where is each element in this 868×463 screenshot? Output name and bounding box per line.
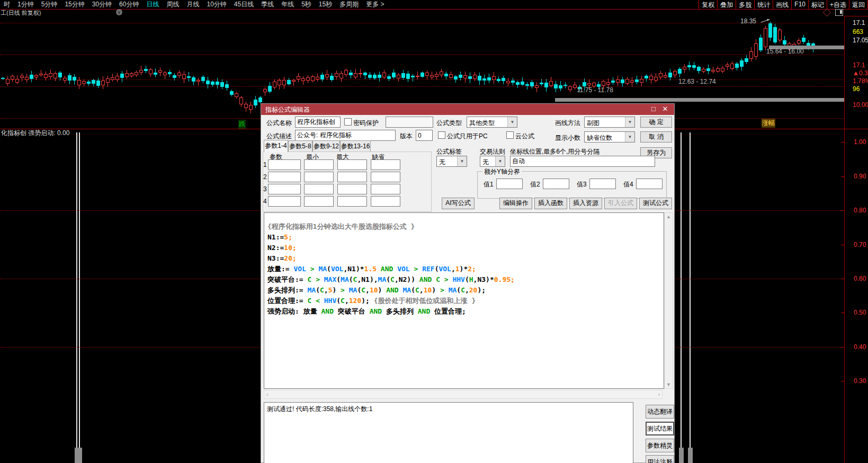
param-input[interactable] — [371, 172, 400, 182]
maximize-icon[interactable]: □ — [649, 105, 658, 113]
param-input[interactable] — [304, 184, 334, 194]
dialog-titlebar[interactable]: 指标公式编辑器 □ ✕ — [261, 104, 674, 115]
param-input[interactable] — [371, 159, 400, 170]
layout-split-icon[interactable] — [835, 9, 843, 16]
candle — [235, 93, 238, 97]
extra-y-input[interactable] — [543, 179, 569, 189]
param-input[interactable] — [268, 172, 301, 182]
quote-value: 663 — [853, 28, 863, 35]
toolbar-button[interactable]: +自选 — [827, 0, 849, 9]
close-icon[interactable]: ✕ — [660, 105, 670, 113]
toolbar-button[interactable]: 多股 — [736, 0, 755, 9]
param-tab[interactable]: 参数5-8 — [288, 140, 312, 152]
chevron-down-icon[interactable]: ▼ — [625, 132, 634, 142]
extra-y-input[interactable] — [496, 179, 523, 189]
period-menu-item[interactable]: 5分钟 — [38, 0, 61, 9]
password-checkbox[interactable] — [344, 118, 352, 126]
period-menu-item[interactable]: 1分钟 — [14, 0, 38, 9]
side-button-2[interactable]: 测试结果 — [646, 422, 674, 435]
scroll-up-icon[interactable]: ▲ — [665, 214, 673, 219]
password-input[interactable] — [386, 117, 433, 128]
scroll-left-icon[interactable]: ‹ — [266, 391, 268, 397]
period-menu-item[interactable]: 30分钟 — [88, 0, 115, 9]
period-menu-item[interactable]: 10分钟 — [203, 0, 230, 9]
period-menu-item[interactable]: 周线 — [163, 0, 183, 9]
chevron-down-icon[interactable]: ▼ — [457, 156, 467, 166]
extra-y-input[interactable] — [636, 179, 663, 189]
param-input[interactable] — [304, 159, 334, 170]
period-menu-item[interactable]: 5秒 — [298, 0, 315, 9]
cancel-button[interactable]: 取 消 — [640, 131, 672, 143]
action-button-2[interactable]: 编辑操作 — [499, 198, 532, 209]
decimals-select[interactable]: 缺省位数▼ — [584, 131, 635, 143]
diamond-icon[interactable] — [823, 8, 831, 17]
param-input[interactable] — [371, 184, 400, 194]
param-input[interactable] — [304, 196, 334, 207]
axisline-input[interactable] — [510, 156, 655, 167]
period-menu-item[interactable]: 多周期 — [336, 0, 362, 9]
side-button-4[interactable]: 用法注释 — [646, 455, 674, 463]
period-menu-item[interactable]: 月线 — [183, 0, 203, 9]
action-button-4[interactable]: 插入资源 — [569, 198, 602, 209]
horizontal-scrollbar[interactable]: ‹ › — [264, 390, 663, 399]
action-button-1[interactable]: AI写公式 — [442, 198, 475, 209]
formula-code-editor[interactable]: {程序化指标用1分钟选出大牛股选股指标公式 }N1:=5;N2:=10;N3:=… — [264, 212, 664, 389]
period-menu-item[interactable]: 15分钟 — [61, 0, 88, 9]
period-menu-item[interactable]: 季线 — [257, 0, 278, 9]
toolbar-button[interactable]: 复权 — [699, 0, 718, 9]
scroll-right-icon[interactable]: › — [658, 391, 660, 397]
toolbar-button[interactable]: 画线 — [773, 0, 792, 9]
formula-desc-input[interactable] — [295, 130, 396, 141]
period-menu-item[interactable]: 更多 > — [362, 0, 388, 9]
period-menu-item[interactable]: 年线 — [278, 0, 298, 9]
ok-button[interactable]: 确 定 — [640, 117, 672, 128]
param-input[interactable] — [337, 184, 367, 194]
param-input[interactable] — [268, 159, 301, 170]
period-menu-item[interactable]: 时 — [0, 0, 14, 9]
code-line: 强势启动: 放量 AND 突破平台 AND 多头排列 AND 位置合理; — [267, 306, 661, 317]
param-tab[interactable]: 参数9-12 — [312, 140, 340, 152]
formula-tag-select[interactable]: 无▼ — [436, 156, 467, 167]
pc-only-checkbox[interactable] — [438, 131, 445, 139]
chevron-down-icon[interactable]: ▼ — [507, 117, 517, 127]
param-input[interactable] — [304, 172, 334, 182]
side-button-3[interactable]: 参数精灵 — [646, 439, 674, 452]
param-input[interactable] — [268, 196, 301, 207]
param-input[interactable] — [337, 159, 367, 170]
version-input[interactable] — [416, 130, 433, 141]
side-button-1[interactable]: 动态翻译 — [646, 405, 674, 419]
period-menu-item[interactable]: 15秒 — [315, 0, 336, 9]
toolbar-button[interactable]: 标记 — [808, 0, 827, 9]
toolbar-button[interactable]: F10 — [791, 0, 809, 9]
cloud-checkbox[interactable] — [506, 131, 514, 139]
candle — [368, 75, 372, 78]
candle — [106, 78, 110, 83]
param-input[interactable] — [268, 184, 301, 194]
action-button-3[interactable]: 插入函数 — [534, 198, 567, 209]
toolbar-button[interactable]: 叠加 — [717, 0, 736, 9]
trade-rule-select[interactable]: 无▼ — [480, 156, 505, 167]
period-menu-item[interactable]: 60分钟 — [115, 0, 142, 9]
param-input[interactable] — [337, 196, 367, 207]
draw-method-select[interactable]: 副图▼ — [584, 117, 635, 128]
candle — [587, 83, 591, 85]
toolbar-button[interactable]: 统计 — [754, 0, 773, 9]
action-button-6[interactable]: 测试公式 — [639, 198, 672, 209]
chevron-down-icon[interactable]: ▼ — [625, 117, 634, 127]
param-tab[interactable]: 参数13-16 — [340, 140, 371, 152]
chevron-down-circle-icon[interactable]: ∨ — [116, 9, 122, 15]
param-tab[interactable]: 参数1-4 — [264, 140, 288, 152]
param-input[interactable] — [337, 172, 367, 182]
formula-type-select[interactable]: 其他类型▼ — [467, 117, 517, 128]
chevron-down-icon[interactable]: ▼ — [495, 156, 505, 166]
param-input[interactable] — [371, 196, 400, 207]
candle — [63, 78, 67, 81]
formula-name-input[interactable] — [295, 117, 341, 128]
candle — [120, 74, 124, 78]
toolbar-button[interactable]: 返回 — [849, 0, 868, 9]
period-menu-item[interactable]: 日线 — [142, 0, 163, 9]
scroll-down-icon[interactable]: ▼ — [665, 382, 673, 387]
vertical-scrollbar[interactable]: ▲ ▼ — [664, 212, 673, 389]
period-menu-item[interactable]: 45日线 — [230, 0, 257, 9]
extra-y-input[interactable] — [589, 179, 616, 189]
